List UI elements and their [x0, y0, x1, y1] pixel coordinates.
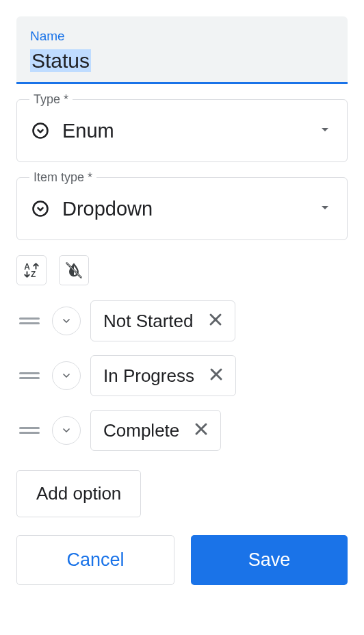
drag-handle-icon[interactable]: [16, 318, 42, 324]
type-select-label: Type *: [29, 92, 73, 107]
circle-dropdown-icon: [31, 199, 50, 218]
invert-colors-off-button[interactable]: [59, 255, 89, 285]
remove-option-icon[interactable]: [206, 310, 225, 332]
save-button[interactable]: Save: [191, 535, 348, 585]
add-option-button[interactable]: Add option: [16, 470, 141, 517]
option-row: Not Started: [16, 300, 348, 341]
caret-down-icon: [317, 121, 333, 140]
option-menu-button[interactable]: [52, 361, 81, 390]
caret-down-icon: [317, 199, 333, 218]
name-label: Name: [30, 29, 334, 44]
name-field[interactable]: Name Status: [16, 16, 348, 84]
cancel-button[interactable]: Cancel: [16, 535, 174, 585]
item-type-select[interactable]: Item type * Dropdown: [16, 177, 348, 240]
option-chip[interactable]: Complete: [90, 410, 221, 451]
svg-text:Z: Z: [31, 270, 36, 279]
option-row: In Progress: [16, 355, 348, 396]
name-value[interactable]: Status: [30, 49, 91, 72]
type-select[interactable]: Type * Enum: [16, 99, 348, 162]
item-type-select-label: Item type *: [29, 170, 96, 185]
option-menu-button[interactable]: [52, 416, 81, 445]
drag-handle-icon[interactable]: [16, 372, 42, 379]
option-menu-button[interactable]: [52, 307, 81, 335]
option-label: Complete: [103, 420, 179, 441]
type-select-value: Enum: [62, 120, 304, 142]
sort-az-button[interactable]: A Z: [16, 255, 47, 285]
drag-handle-icon[interactable]: [16, 427, 42, 434]
option-row: Complete: [16, 410, 348, 451]
option-label: Not Started: [103, 311, 194, 332]
svg-point-1: [34, 202, 48, 216]
item-type-select-value: Dropdown: [62, 198, 304, 220]
option-chip[interactable]: Not Started: [90, 300, 235, 341]
svg-text:A: A: [24, 262, 30, 272]
option-chip[interactable]: In Progress: [90, 355, 236, 396]
option-label: In Progress: [103, 365, 194, 387]
remove-option-icon[interactable]: [192, 419, 211, 441]
circle-dropdown-icon: [31, 121, 50, 140]
svg-point-0: [34, 124, 48, 138]
remove-option-icon[interactable]: [207, 365, 226, 387]
dialog-footer: Cancel Save: [16, 535, 348, 585]
enum-toolbar: A Z: [16, 255, 348, 285]
